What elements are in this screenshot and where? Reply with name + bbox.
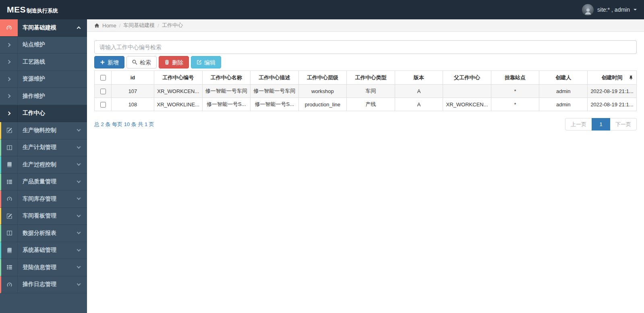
chevron-down-icon bbox=[77, 128, 81, 132]
sidebar-item-workshop-kanban-management[interactable]: 车间看板管理 bbox=[0, 208, 87, 225]
cell-version: A bbox=[395, 98, 443, 111]
brand-primary: MES bbox=[7, 5, 26, 15]
chevron-down-icon bbox=[77, 265, 81, 269]
page-body: 新增 检索 删除 编辑 bbox=[87, 32, 644, 313]
cell-station: * bbox=[491, 98, 539, 111]
sidebar-item-login-info-management[interactable]: 登陆信息管理 bbox=[0, 259, 87, 276]
cell-description: 修一智能一号车间 bbox=[251, 85, 299, 98]
chevron-down-icon bbox=[77, 145, 81, 149]
list-icon bbox=[1, 259, 18, 276]
next-page-button[interactable]: 下一页 bbox=[610, 118, 637, 131]
row-checkbox[interactable] bbox=[100, 102, 106, 108]
edit-button[interactable]: 编辑 bbox=[191, 56, 221, 68]
cell-level: production_line bbox=[298, 98, 347, 111]
pin-icon[interactable] bbox=[629, 75, 634, 80]
sidebar-item-label: 站点维护 bbox=[23, 41, 87, 48]
cell-id: 108 bbox=[112, 98, 154, 111]
add-button[interactable]: 新增 bbox=[94, 56, 124, 68]
sidebar-item-label: 车间基础建模 bbox=[23, 24, 77, 31]
breadcrumb-home[interactable]: Home bbox=[102, 23, 116, 29]
chevron-right-icon bbox=[0, 37, 18, 54]
cell-created-time: 2022-08-19 21:1... bbox=[588, 85, 637, 98]
pagination: 上一页 1 下一页 bbox=[565, 118, 637, 131]
dashboard-icon bbox=[1, 276, 18, 293]
breadcrumb-separator: / bbox=[157, 23, 159, 29]
sidebar-item-work-center[interactable]: 工作中心 bbox=[0, 105, 87, 122]
dashboard-icon bbox=[0, 19, 18, 36]
cell-station: * bbox=[491, 85, 539, 98]
toolbar: 新增 检索 删除 编辑 bbox=[94, 56, 637, 68]
sidebar-item-label: 操作日志管理 bbox=[23, 281, 77, 288]
breadcrumb-separator: / bbox=[119, 23, 121, 29]
row-checkbox[interactable] bbox=[100, 89, 106, 94]
table-row: 108 XR_WORKLINE... 修一智能一号S... 修一智能一号S...… bbox=[95, 98, 637, 111]
pagination-summary: 总 2 条 每页 10 条 共 1 页 bbox=[94, 121, 154, 128]
dashboard-icon bbox=[1, 191, 18, 207]
sidebar-item-label: 登陆信息管理 bbox=[23, 264, 77, 271]
column-header-station: 挂靠站点 bbox=[491, 71, 539, 85]
cell-name: 修一智能一号车间 bbox=[202, 85, 251, 98]
cell-code: XR_WORKCEN... bbox=[154, 85, 203, 98]
user-menu[interactable]: site:* , admin bbox=[582, 4, 637, 16]
sidebar-item-resource-maintenance[interactable]: 资源维护 bbox=[0, 71, 87, 88]
sidebar-item-label: 产品质量管理 bbox=[23, 178, 77, 185]
search-input[interactable] bbox=[94, 40, 637, 54]
sidebar-item-label: 生产过程控制 bbox=[23, 161, 77, 168]
cell-creator: admin bbox=[539, 98, 588, 111]
column-header-creator: 创建人 bbox=[539, 71, 588, 85]
row-select-cell bbox=[95, 85, 112, 98]
cell-version: A bbox=[395, 85, 443, 98]
cell-description: 修一智能一号S... bbox=[251, 98, 299, 111]
cell-parent bbox=[443, 85, 491, 98]
breadcrumb-module[interactable]: 车间基础建模 bbox=[123, 22, 155, 29]
sidebar-item-label: 车间库存管理 bbox=[23, 195, 77, 203]
delete-button[interactable]: 删除 bbox=[159, 56, 189, 68]
chevron-down-icon bbox=[77, 230, 81, 234]
column-header-type: 工作中心类型 bbox=[347, 71, 395, 85]
sidebar-item-label: 生产物料控制 bbox=[23, 127, 77, 134]
sidebar-item-operation-log-management[interactable]: 操作日志管理 bbox=[0, 276, 87, 294]
sidebar-item-label: 工作中心 bbox=[23, 110, 87, 117]
sidebar-item-system-basic-management[interactable]: 系统基础管理 bbox=[0, 242, 87, 259]
column-header-id: id bbox=[112, 71, 154, 85]
sidebar-item-station-maintenance[interactable]: 站点维护 bbox=[0, 37, 87, 54]
sidebar-item-label: 系统基础管理 bbox=[23, 247, 77, 254]
edit-icon bbox=[197, 60, 202, 65]
sidebar-item-workshop-basic-modeling[interactable]: 车间基础建模 bbox=[0, 19, 87, 37]
pencil-icon bbox=[1, 208, 18, 225]
select-all-checkbox[interactable] bbox=[100, 75, 106, 81]
chevron-right-icon bbox=[0, 105, 18, 122]
search-button[interactable]: 检索 bbox=[126, 56, 157, 68]
sidebar-item-production-material-control[interactable]: 生产物料控制 bbox=[0, 122, 87, 139]
cell-id: 107 bbox=[112, 85, 154, 98]
search-button-label: 检索 bbox=[140, 60, 151, 65]
avatar bbox=[582, 4, 594, 16]
prev-page-button[interactable]: 上一页 bbox=[565, 118, 592, 131]
sidebar-item-data-analysis-reports[interactable]: 数据分析报表 bbox=[0, 225, 87, 242]
delete-button-label: 删除 bbox=[172, 60, 183, 65]
plus-icon bbox=[100, 60, 105, 65]
sidebar-item-label: 生产计划管理 bbox=[23, 144, 77, 151]
table-row: 107 XR_WORKCEN... 修一智能一号车间 修一智能一号车间 work… bbox=[95, 85, 637, 98]
column-header-version: 版本 bbox=[395, 71, 443, 85]
sidebar-item-workshop-inventory-management[interactable]: 车间库存管理 bbox=[0, 191, 87, 208]
sidebar-item-product-quality-management[interactable]: 产品质量管理 bbox=[0, 174, 87, 191]
user-menu-label: site:* , admin bbox=[597, 6, 630, 13]
home-icon bbox=[94, 23, 99, 28]
trash-icon bbox=[164, 60, 170, 65]
cell-level: workshop bbox=[298, 85, 347, 98]
app-window: MES 制造执行系统 site:* , admin 车间基础建模 站点维护 工艺… bbox=[0, 0, 644, 313]
sidebar-item-production-process-control[interactable]: 生产过程控制 bbox=[0, 156, 87, 174]
sidebar-item-production-plan-management[interactable]: 生产计划管理 bbox=[0, 139, 87, 157]
select-all-header-cell bbox=[95, 71, 112, 85]
sidebar-item-operation-maintenance[interactable]: 操作维护 bbox=[0, 88, 87, 105]
page-1-button[interactable]: 1 bbox=[592, 118, 610, 131]
sidebar-item-label: 操作维护 bbox=[23, 93, 87, 100]
column-header-parent: 父工作中心 bbox=[443, 71, 491, 85]
breadcrumb: Home / 车间基础建模 / 工作中心 bbox=[87, 19, 644, 32]
chevron-down-icon bbox=[77, 196, 81, 200]
list-icon bbox=[1, 174, 18, 191]
column-header-name: 工作中心名称 bbox=[202, 71, 251, 85]
book-icon bbox=[1, 156, 18, 173]
sidebar-item-process-route[interactable]: 工艺路线 bbox=[0, 54, 87, 71]
